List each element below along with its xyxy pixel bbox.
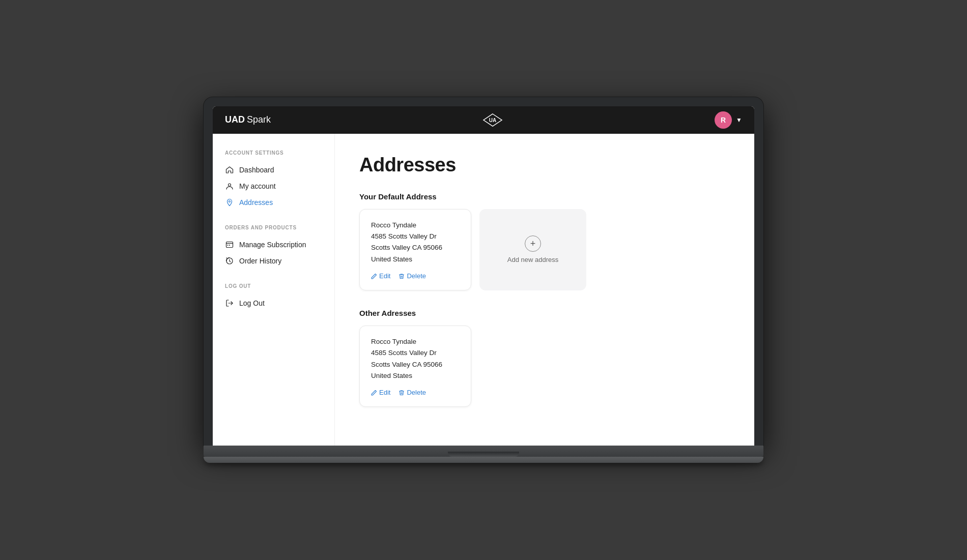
sidebar-item-manage-subscription-label: Manage Subscription <box>239 241 306 249</box>
ua-logo-icon: UA <box>481 113 504 127</box>
sidebar-item-dashboard-label: Dashboard <box>239 166 274 174</box>
account-settings-label: ACCOUNT SETTINGS <box>225 150 322 156</box>
svg-point-5 <box>227 245 229 246</box>
default-address-text: Rocco Tyndale 4585 Scotts Valley Dr Scot… <box>371 220 460 265</box>
other-address-text: Rocco Tyndale 4585 Scotts Valley Dr Scot… <box>371 336 460 381</box>
other-address-grid: Rocco Tyndale 4585 Scotts Valley Dr Scot… <box>359 326 730 407</box>
sidebar-item-addresses[interactable]: Addresses <box>225 194 322 211</box>
sidebar: ACCOUNT SETTINGS Dashboard <box>213 134 335 446</box>
svg-text:UA: UA <box>489 117 496 123</box>
logout-section-label: LOG OUT <box>225 283 322 289</box>
sidebar-item-dashboard[interactable]: Dashboard <box>225 162 322 178</box>
screen-bezel: UAD Spark UA R ▼ <box>204 97 763 446</box>
default-address-street: 4585 Scotts Valley Dr <box>371 231 460 242</box>
sidebar-item-logout[interactable]: Log Out <box>225 295 322 311</box>
app-header: UAD Spark UA R ▼ <box>213 106 754 134</box>
laptop-bottom <box>204 457 763 463</box>
other-address-street: 4585 Scotts Valley Dr <box>371 347 460 359</box>
laptop-base <box>204 446 763 457</box>
laptop-hinge <box>448 452 519 457</box>
other-address-card: Rocco Tyndale 4585 Scotts Valley Dr Scot… <box>359 326 471 407</box>
sidebar-item-logout-label: Log Out <box>239 299 265 307</box>
sidebar-item-my-account-label: My account <box>239 182 276 190</box>
default-address-grid: Rocco Tyndale 4585 Scotts Valley Dr Scot… <box>359 209 730 290</box>
laptop-shell: UAD Spark UA R ▼ <box>204 97 763 463</box>
user-avatar[interactable]: R <box>715 111 732 129</box>
account-nav: Dashboard My account <box>225 162 322 211</box>
trash-icon <box>399 273 405 279</box>
default-address-name: Rocco Tyndale <box>371 220 460 231</box>
edit-icon-2 <box>371 390 377 396</box>
other-address-actions: Edit Delete <box>371 389 460 396</box>
sidebar-item-manage-subscription[interactable]: Manage Subscription <box>225 237 322 253</box>
other-addresses-heading: Other Adresses <box>359 309 730 317</box>
other-delete-button[interactable]: Delete <box>399 389 426 396</box>
svg-point-6 <box>229 245 230 246</box>
main-content: Addresses Your Default Address Rocco Tyn… <box>335 134 754 446</box>
logo-spark: Spark <box>247 114 271 125</box>
add-address-label: Add new address <box>507 256 558 263</box>
default-address-country: United States <box>371 254 460 265</box>
subscription-icon <box>225 240 234 249</box>
edit-icon <box>371 273 377 279</box>
default-address-section: Your Default Address Rocco Tyndale 4585 … <box>359 192 730 290</box>
avatar-chevron-icon[interactable]: ▼ <box>736 116 742 124</box>
sidebar-item-order-history-label: Order History <box>239 257 281 265</box>
logout-icon <box>225 299 234 308</box>
user-icon <box>225 182 234 191</box>
default-address-actions: Edit Delete <box>371 272 460 280</box>
header-logo: UAD Spark <box>225 114 271 125</box>
header-center: UA <box>481 113 504 127</box>
svg-point-2 <box>229 184 231 186</box>
default-address-card: Rocco Tyndale 4585 Scotts Valley Dr Scot… <box>359 209 471 290</box>
history-icon <box>225 256 234 266</box>
other-edit-button[interactable]: Edit <box>371 389 390 396</box>
sidebar-item-addresses-label: Addresses <box>239 198 273 207</box>
add-address-card[interactable]: + Add new address <box>479 209 586 290</box>
location-icon <box>225 198 234 207</box>
svg-point-3 <box>229 200 231 202</box>
laptop-screen: UAD Spark UA R ▼ <box>213 106 754 446</box>
other-address-country: United States <box>371 370 460 381</box>
default-address-city: Scotts Valley CA 95066 <box>371 242 460 253</box>
header-right: R ▼ <box>715 111 742 129</box>
page-title: Addresses <box>359 154 730 176</box>
logout-nav: Log Out <box>225 295 322 311</box>
other-addresses-section: Other Adresses Rocco Tyndale 4585 Scotts… <box>359 309 730 407</box>
other-address-city: Scotts Valley CA 95066 <box>371 359 460 370</box>
home-icon <box>225 165 234 174</box>
logo-uad: UAD <box>225 114 245 125</box>
other-address-name: Rocco Tyndale <box>371 336 460 347</box>
add-circle-icon: + <box>525 235 541 252</box>
orders-nav: Manage Subscription <box>225 237 322 269</box>
sidebar-item-my-account[interactable]: My account <box>225 178 322 194</box>
trash-icon-2 <box>399 390 405 396</box>
default-address-heading: Your Default Address <box>359 192 730 201</box>
app-body: ACCOUNT SETTINGS Dashboard <box>213 134 754 446</box>
default-delete-button[interactable]: Delete <box>399 272 426 280</box>
default-edit-button[interactable]: Edit <box>371 272 390 280</box>
sidebar-item-order-history[interactable]: Order History <box>225 253 322 269</box>
orders-products-label: ORDERS AND PRODUCTS <box>225 225 322 230</box>
